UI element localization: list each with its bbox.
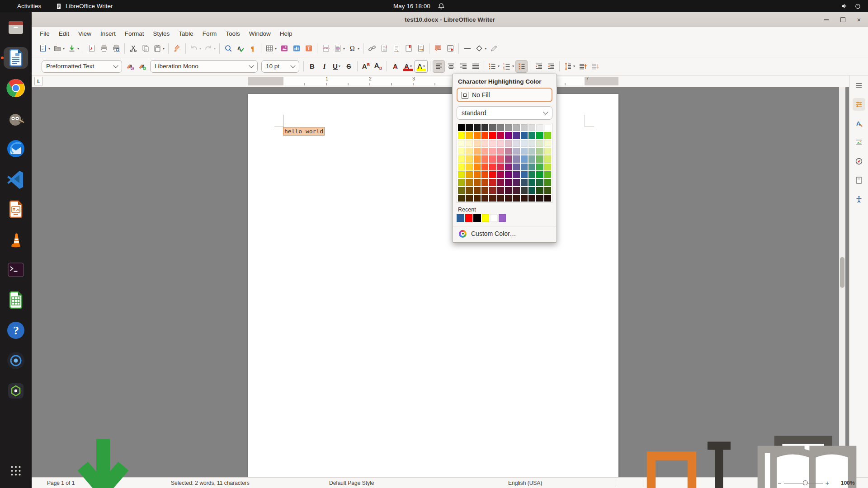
color-swatch[interactable] bbox=[466, 187, 472, 194]
color-swatch[interactable] bbox=[513, 140, 519, 147]
color-swatch[interactable] bbox=[505, 179, 512, 186]
color-swatch[interactable] bbox=[536, 195, 543, 202]
color-swatch[interactable] bbox=[528, 187, 535, 194]
color-swatch[interactable] bbox=[466, 195, 472, 202]
undo-button[interactable]: ▾ bbox=[188, 42, 203, 55]
color-swatch[interactable] bbox=[481, 124, 488, 131]
color-swatch[interactable] bbox=[458, 179, 465, 186]
color-swatch[interactable] bbox=[497, 155, 504, 162]
color-swatch[interactable] bbox=[513, 187, 519, 194]
color-swatch[interactable] bbox=[497, 140, 504, 147]
font-size-combo[interactable]: 10 pt bbox=[261, 60, 299, 73]
color-swatch[interactable] bbox=[474, 179, 481, 186]
paragraph-style-combo[interactable]: Preformatted Text bbox=[42, 60, 122, 73]
color-swatch[interactable] bbox=[474, 132, 481, 139]
dropdown-arrow-icon[interactable]: ▾ bbox=[163, 47, 165, 51]
color-swatch[interactable] bbox=[474, 187, 481, 194]
dropdown-arrow-icon[interactable]: ▾ bbox=[199, 47, 201, 51]
footnote-button[interactable]: 1 bbox=[378, 42, 390, 55]
color-swatch[interactable] bbox=[505, 195, 512, 202]
print-preview-button[interactable] bbox=[110, 42, 122, 55]
color-swatch[interactable] bbox=[489, 124, 496, 131]
color-swatch[interactable] bbox=[489, 140, 496, 147]
color-swatch[interactable] bbox=[505, 140, 512, 147]
dock-item-vscode[interactable] bbox=[4, 168, 28, 190]
font-color-button[interactable]: A▾ bbox=[401, 60, 415, 73]
draw-functions-button[interactable] bbox=[488, 42, 500, 55]
decrease-paragraph-spacing-button[interactable] bbox=[589, 60, 601, 73]
page-style[interactable]: Default Page Style bbox=[329, 478, 374, 488]
page-break-button[interactable] bbox=[320, 42, 332, 55]
dropdown-arrow-icon[interactable]: ▾ bbox=[343, 47, 345, 51]
color-swatch[interactable] bbox=[458, 148, 465, 155]
title-bar[interactable]: test10.docx - LibreOffice Writer × bbox=[32, 12, 868, 27]
maximize-button[interactable] bbox=[838, 15, 847, 24]
color-swatch[interactable] bbox=[521, 171, 528, 178]
color-swatch[interactable] bbox=[474, 148, 481, 155]
color-swatch[interactable] bbox=[528, 148, 535, 155]
font-name-combo[interactable]: Liberation Mono bbox=[150, 60, 258, 73]
color-swatch[interactable] bbox=[481, 171, 488, 178]
spelling-button[interactable]: A bbox=[234, 42, 246, 55]
color-swatch[interactable] bbox=[521, 164, 528, 170]
endnote-button[interactable]: i bbox=[390, 42, 402, 55]
color-swatch[interactable] bbox=[505, 155, 512, 162]
color-swatch[interactable] bbox=[458, 187, 465, 194]
color-swatch[interactable] bbox=[528, 195, 535, 202]
menu-file[interactable]: File bbox=[35, 29, 54, 38]
color-swatch[interactable] bbox=[481, 132, 488, 139]
tab-stop-selector[interactable]: L bbox=[34, 77, 43, 85]
color-swatch[interactable] bbox=[458, 164, 465, 170]
open-button[interactable]: ▾ bbox=[52, 42, 66, 55]
strikethrough-button[interactable]: S bbox=[343, 60, 355, 73]
color-swatch[interactable] bbox=[474, 195, 481, 202]
color-swatch[interactable] bbox=[505, 132, 512, 139]
horizontal-ruler[interactable]: L 1234567 bbox=[32, 75, 868, 87]
color-swatch[interactable] bbox=[544, 132, 551, 139]
color-swatch[interactable] bbox=[513, 148, 519, 155]
underline-button[interactable]: U▾ bbox=[330, 60, 343, 73]
selected-text[interactable]: hello world bbox=[283, 127, 325, 136]
zoom-slider-thumb[interactable] bbox=[803, 480, 808, 485]
increase-paragraph-spacing-button[interactable] bbox=[576, 60, 589, 73]
scrollbar-thumb[interactable] bbox=[840, 257, 844, 288]
dock-item-software-store[interactable] bbox=[4, 380, 28, 402]
color-swatch[interactable] bbox=[497, 148, 504, 155]
color-swatch[interactable] bbox=[536, 179, 543, 186]
color-swatch[interactable] bbox=[458, 140, 465, 147]
dock-item-libreoffice-impress[interactable] bbox=[4, 198, 28, 220]
dock-item-thunderbird[interactable] bbox=[4, 138, 28, 160]
recent-color-swatch[interactable] bbox=[473, 214, 481, 222]
color-swatch[interactable] bbox=[489, 132, 496, 139]
dock-item-app-circle[interactable] bbox=[4, 350, 28, 371]
color-swatch[interactable] bbox=[513, 195, 519, 202]
menu-insert[interactable]: Insert bbox=[96, 29, 120, 38]
color-swatch[interactable] bbox=[505, 148, 512, 155]
paste-button[interactable]: ▾ bbox=[151, 42, 166, 55]
menu-view[interactable]: View bbox=[74, 29, 96, 38]
color-swatch[interactable] bbox=[474, 124, 481, 131]
align-right-button[interactable] bbox=[457, 60, 469, 73]
dropdown-arrow-icon[interactable]: ▾ bbox=[275, 47, 277, 51]
color-swatch[interactable] bbox=[481, 187, 488, 194]
insert-field-button[interactable]: ▾ bbox=[332, 42, 346, 55]
color-swatch[interactable] bbox=[528, 124, 535, 131]
color-swatch[interactable] bbox=[544, 179, 551, 186]
save-button[interactable]: ▾ bbox=[66, 42, 80, 55]
volume-icon[interactable] bbox=[840, 0, 848, 12]
clock-menu[interactable]: May 16 18:00 bbox=[393, 0, 445, 12]
menu-window[interactable]: Window bbox=[245, 29, 275, 38]
color-swatch[interactable] bbox=[489, 171, 496, 178]
sidebar-tab-styles[interactable]: A bbox=[853, 117, 865, 130]
color-swatch[interactable] bbox=[489, 195, 496, 202]
insert-table-button[interactable]: ▾ bbox=[264, 42, 278, 55]
special-character-button[interactable]: Ω▾ bbox=[346, 42, 361, 55]
cross-reference-button[interactable] bbox=[415, 42, 427, 55]
numbered-list-button[interactable]: 123▾ bbox=[501, 60, 515, 73]
color-swatch[interactable] bbox=[458, 171, 465, 178]
recent-color-swatch[interactable] bbox=[499, 214, 506, 222]
palette-select[interactable]: standard bbox=[457, 106, 552, 120]
color-swatch[interactable] bbox=[497, 132, 504, 139]
color-swatch[interactable] bbox=[505, 124, 512, 131]
zoom-slider[interactable]: − + bbox=[777, 478, 830, 488]
